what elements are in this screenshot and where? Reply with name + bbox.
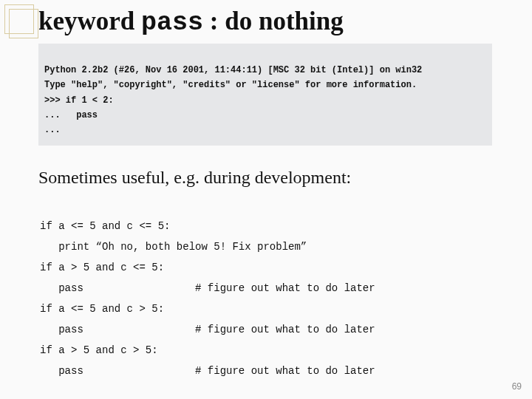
console-line: >>> if 1 < 2: xyxy=(44,95,114,106)
console-line: Python 2.2b2 (#26, Nov 16 2001, 11:44:11… xyxy=(44,65,422,75)
slide-content: keyword pass : do nothing Python 2.2b2 (… xyxy=(0,0,532,399)
code-line: if a > 5 and c > 5: xyxy=(40,344,158,356)
title-post: : do nothing xyxy=(203,7,344,35)
code-line: pass # figure out what to do later xyxy=(40,365,375,377)
console-line: ... pass xyxy=(44,110,98,120)
body-paragraph: Sometimes useful, e.g. during developmen… xyxy=(38,168,494,188)
slide-title: keyword pass : do nothing xyxy=(38,7,494,38)
console-line: ... xyxy=(44,125,61,135)
code-line: if a <= 5 and c <= 5: xyxy=(40,220,170,232)
code-line: if a <= 5 and c > 5: xyxy=(40,303,164,315)
console-block: Python 2.2b2 (#26, Nov 16 2001, 11:44:11… xyxy=(38,44,492,146)
page-number: 69 xyxy=(512,381,522,392)
code-line: pass # figure out what to do later xyxy=(40,324,375,335)
console-line: Type "help", "copyright", "credits" or "… xyxy=(44,80,417,90)
title-pre: keyword xyxy=(38,7,141,35)
code-line: print “Oh no, both below 5! Fix problem” xyxy=(40,241,307,253)
title-keyword: pass xyxy=(141,8,203,38)
code-line: pass # figure out what to do later xyxy=(40,282,375,294)
code-line: if a > 5 and c <= 5: xyxy=(40,262,164,273)
code-block: if a <= 5 and c <= 5: print “Oh no, both… xyxy=(40,195,494,381)
